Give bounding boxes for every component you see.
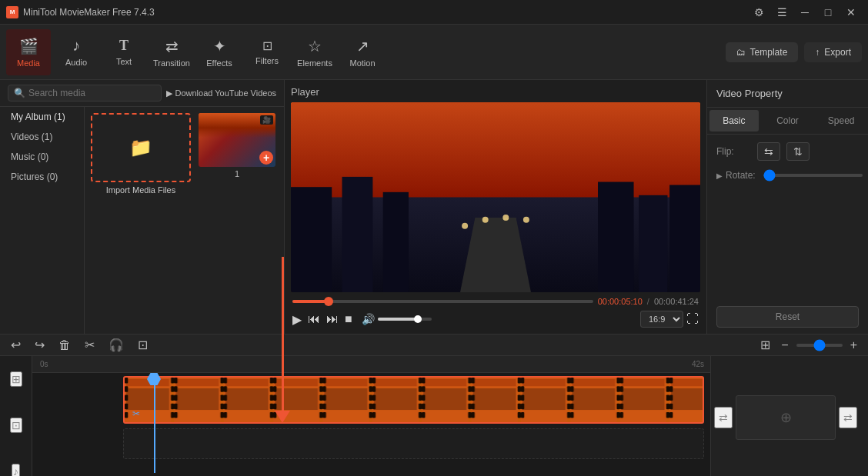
download-youtube-button[interactable]: ▶ Download YouTube Videos bbox=[166, 88, 277, 98]
toolbar-label-media: Media bbox=[17, 58, 40, 68]
effects-icon: ✦ bbox=[213, 37, 226, 55]
timeline-right-slots: ⇄ ⊕ ⇄ bbox=[710, 356, 868, 476]
media-thumb-1[interactable]: 🎥 + 1 bbox=[199, 113, 275, 195]
zoom-in-button[interactable]: + bbox=[847, 335, 860, 355]
motion-icon: ↗ bbox=[356, 37, 369, 55]
slot-arrow-left-1[interactable]: ⇄ bbox=[714, 407, 733, 428]
export-button[interactable]: ↑ Export bbox=[804, 42, 862, 62]
album-item-videos[interactable]: Videos (1) bbox=[0, 127, 84, 147]
stop-button[interactable]: ■ bbox=[345, 312, 352, 326]
menu-icon[interactable]: ☰ bbox=[771, 2, 793, 23]
template-button[interactable]: 🗂 Template bbox=[726, 42, 799, 62]
toolbar-label-text: Text bbox=[116, 57, 132, 66]
aspect-ratio-select[interactable]: 16:9 4:3 1:1 9:16 bbox=[640, 311, 683, 328]
download-label: Download YouTube Videos bbox=[175, 88, 277, 98]
zoom-out-button[interactable]: − bbox=[778, 335, 791, 355]
video-track-icon[interactable]: ⊡ bbox=[10, 418, 22, 433]
media-icon: 🎬 bbox=[19, 37, 38, 55]
import-media-button[interactable]: 📁 bbox=[91, 113, 191, 182]
progress-dot[interactable] bbox=[324, 297, 333, 306]
tab-basic[interactable]: Basic bbox=[709, 110, 759, 131]
svg-rect-8 bbox=[669, 185, 700, 292]
tab-color[interactable]: Color bbox=[763, 110, 813, 131]
crop-button[interactable]: ⊡ bbox=[135, 335, 151, 355]
undo-button[interactable]: ↩ bbox=[8, 335, 24, 355]
ruler-mark-0s: 0s bbox=[40, 360, 48, 368]
export-label: Export bbox=[824, 47, 851, 58]
svg-point-9 bbox=[462, 223, 468, 229]
settings-icon[interactable]: ⚙ bbox=[748, 2, 770, 23]
toolbar-item-filters[interactable]: ⊡ Filters bbox=[245, 29, 289, 75]
volume-bar[interactable] bbox=[378, 318, 432, 321]
folder-icon: 📁 bbox=[129, 137, 152, 158]
volume-icon[interactable]: 🔊 bbox=[362, 313, 375, 325]
rotate-slider[interactable] bbox=[763, 174, 863, 177]
zoom-slider[interactable] bbox=[796, 344, 843, 347]
arrow-line bbox=[282, 257, 284, 411]
fullscreen-button[interactable]: ⛶ bbox=[686, 312, 699, 326]
time-separator: / bbox=[647, 297, 649, 306]
album-item-music[interactable]: Music (0) bbox=[0, 147, 84, 167]
cut-button[interactable]: ✂ bbox=[82, 335, 98, 355]
filters-icon: ⊡ bbox=[262, 38, 272, 53]
toolbar-item-transition[interactable]: ⇄ Transition bbox=[149, 29, 194, 75]
toolbar-item-audio[interactable]: ♪ Audio bbox=[54, 29, 98, 75]
video-thumbnail: 🎥 + bbox=[199, 113, 275, 167]
left-panel-header: 🔍 ▶ Download YouTube Videos bbox=[0, 80, 284, 107]
player-title: Player bbox=[291, 86, 700, 98]
ruler-mark-42s: 42s bbox=[692, 360, 704, 368]
toolbar-item-effects[interactable]: ✦ Effects bbox=[197, 29, 242, 75]
progress-fill bbox=[292, 300, 329, 303]
flip-horizontal-button[interactable]: ⇆ bbox=[757, 142, 780, 161]
volume-control: 🔊 bbox=[362, 313, 432, 325]
playhead[interactable] bbox=[154, 373, 155, 473]
left-panel: 🔍 ▶ Download YouTube Videos My Album (1)… bbox=[0, 80, 285, 334]
play-button[interactable]: ▶ bbox=[292, 312, 302, 327]
skip-forward-button[interactable]: ⏭ bbox=[326, 312, 339, 326]
rotate-expand-button[interactable]: ▶ bbox=[716, 171, 723, 180]
toolbar-item-elements[interactable]: ☆ Elements bbox=[292, 29, 337, 75]
audio-track-icon[interactable]: ♪ bbox=[12, 464, 20, 476]
toolbar-item-motion[interactable]: ↗ Motion bbox=[340, 29, 385, 75]
add-to-timeline-button[interactable]: + bbox=[259, 151, 273, 165]
svg-rect-27 bbox=[125, 378, 703, 422]
video-preview bbox=[291, 102, 700, 292]
transition-slot-1[interactable]: ⊕ bbox=[736, 395, 836, 440]
slot-arrow-right-1[interactable]: ⇄ bbox=[839, 407, 857, 428]
skip-back-button[interactable]: ⏮ bbox=[308, 312, 320, 326]
timeline-main: 0s 42s bbox=[32, 356, 710, 476]
titlebar-controls: ⚙ ☰ ─ □ ✕ bbox=[748, 2, 862, 23]
delete-button[interactable]: 🗑 bbox=[55, 335, 74, 355]
video-track[interactable]: ✂ bbox=[123, 376, 704, 424]
svg-rect-6 bbox=[598, 182, 634, 292]
timeline-columns-icon[interactable]: ⊞ bbox=[757, 335, 773, 355]
media-grid: 📁 Import Media Files 🎥 + 1 bbox=[85, 107, 284, 334]
maximize-button[interactable]: □ bbox=[817, 2, 839, 23]
toolbar-right: 🗂 Template ↑ Export bbox=[726, 42, 862, 62]
player-controls: ▶ ⏮ ⏭ ■ 🔊 16:9 4:3 1:1 9:16 ⛶ bbox=[291, 311, 700, 328]
tab-speed[interactable]: Speed bbox=[816, 110, 866, 131]
add-icon-1: ⊕ bbox=[780, 409, 792, 426]
minimize-button[interactable]: ─ bbox=[794, 2, 816, 23]
toolbar-label-filters: Filters bbox=[255, 56, 279, 65]
toolbar-item-media[interactable]: 🎬 Media bbox=[6, 29, 51, 75]
toolbar-item-text[interactable]: T Text bbox=[102, 29, 146, 75]
close-button[interactable]: ✕ bbox=[840, 2, 862, 23]
album-item-my-album[interactable]: My Album (1) bbox=[0, 107, 84, 127]
album-item-pictures[interactable]: Pictures (0) bbox=[0, 167, 84, 187]
scissors-icon: ✂ bbox=[132, 408, 140, 419]
audio-detach-button[interactable]: 🎧 bbox=[105, 335, 127, 355]
download-icon: ▶ bbox=[166, 88, 172, 98]
redo-button[interactable]: ↪ bbox=[32, 335, 48, 355]
prop-spacer bbox=[707, 188, 868, 300]
flip-vertical-button[interactable]: ⇅ bbox=[786, 142, 810, 161]
app-logo: M bbox=[6, 6, 18, 18]
search-input[interactable] bbox=[28, 88, 155, 98]
progress-bar[interactable] bbox=[292, 300, 593, 303]
add-track-icon[interactable]: ⊞ bbox=[10, 371, 22, 387]
reset-button[interactable]: Reset bbox=[716, 306, 859, 328]
toolbar-label-audio: Audio bbox=[65, 58, 87, 67]
volume-dot[interactable] bbox=[414, 315, 422, 323]
import-label: Import Media Files bbox=[106, 185, 175, 195]
search-box[interactable]: 🔍 bbox=[8, 85, 162, 102]
